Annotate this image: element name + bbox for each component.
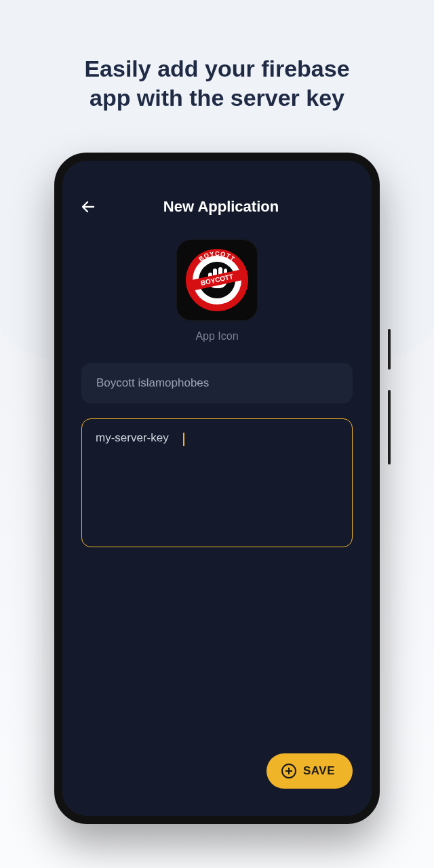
promo-headline-line-2: app with the server key	[27, 83, 407, 113]
app-icon[interactable]: BOYCOTT BOYCOTT ISLAMOPHOBES	[176, 239, 258, 321]
save-button-label: SAVE	[303, 764, 335, 778]
app-icon-caption: App Icon	[195, 330, 238, 342]
form-area: my-server-key	[62, 342, 372, 547]
promo-headline-line-1: Easily add your firebase	[27, 54, 407, 83]
phone-side-button	[388, 329, 391, 370]
server-key-field[interactable]: my-server-key	[81, 418, 353, 547]
save-button[interactable]: SAVE	[267, 753, 353, 789]
phone-side-button	[388, 390, 391, 465]
boycott-badge-icon: BOYCOTT BOYCOTT ISLAMOPHOBES	[183, 246, 251, 314]
app-screen: New Application BOYCOTT	[62, 161, 372, 816]
server-key-textarea[interactable]	[96, 431, 338, 534]
page-title: New Application	[84, 198, 358, 216]
circle-plus-icon	[281, 764, 296, 778]
text-caret	[183, 433, 184, 446]
app-icon-block: BOYCOTT BOYCOTT ISLAMOPHOBES	[62, 239, 372, 342]
app-header: New Application	[62, 161, 372, 226]
app-name-input[interactable]	[81, 363, 353, 403]
promo-headline: Easily add your firebase app with the se…	[0, 0, 434, 112]
phone-mockup: New Application BOYCOTT	[54, 153, 380, 824]
